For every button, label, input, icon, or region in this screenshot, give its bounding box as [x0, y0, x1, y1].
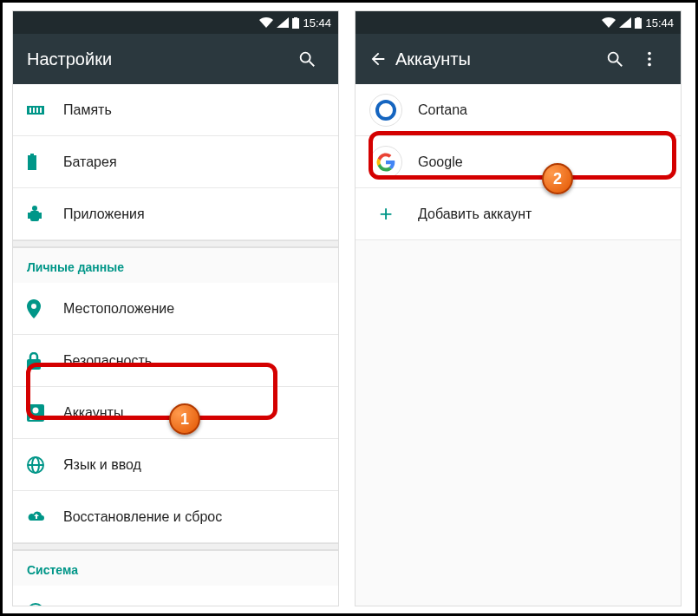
svg-rect-10 — [28, 155, 36, 170]
svg-rect-8 — [40, 108, 42, 113]
svg-point-29 — [648, 63, 651, 67]
svg-point-11 — [32, 206, 37, 211]
statusbar-time: 15:44 — [303, 16, 331, 29]
account-item-label: Добавить аккаунт — [418, 206, 532, 222]
settings-item-label: Память — [63, 102, 112, 118]
search-icon[interactable] — [290, 42, 324, 76]
settings-item-battery[interactable]: Батарея — [13, 136, 338, 188]
page-title: Аккаунты — [395, 49, 597, 69]
svg-point-15 — [31, 304, 36, 309]
overflow-icon[interactable] — [632, 42, 667, 76]
battery-icon — [635, 17, 642, 29]
settings-item-label: Приложения — [63, 206, 145, 222]
cortana-icon — [369, 94, 402, 127]
settings-item-datetime[interactable]: Дата и время — [13, 586, 338, 606]
svg-rect-13 — [28, 213, 30, 219]
memory-icon — [27, 104, 63, 116]
svg-rect-0 — [292, 18, 299, 29]
settings-item-backup[interactable]: Восстановление и сброс — [13, 491, 338, 543]
plus-icon: + — [369, 200, 402, 227]
statusbar: 15:44 — [356, 11, 681, 34]
settings-item-label: Аккаунты — [63, 405, 123, 421]
settings-item-label: Батарея — [63, 154, 117, 170]
page-title: Настройки — [27, 49, 290, 69]
statusbar-time: 15:44 — [645, 16, 674, 29]
account-item-add[interactable]: + Добавить аккаунт — [356, 188, 681, 240]
apps-icon — [27, 206, 63, 223]
account-item-label: Cortana — [418, 102, 467, 118]
section-system: Система — [13, 550, 338, 586]
google-icon — [369, 146, 402, 179]
settings-item-security[interactable]: Безопасность — [13, 335, 338, 387]
svg-point-2 — [301, 53, 310, 62]
wifi-icon — [602, 17, 616, 28]
svg-line-3 — [310, 62, 315, 67]
svg-line-26 — [617, 62, 623, 67]
svg-point-25 — [609, 53, 618, 62]
account-item-google[interactable]: Google — [356, 136, 681, 188]
signal-icon — [619, 17, 631, 28]
backup-icon — [27, 510, 63, 524]
settings-item-label: Местоположение — [63, 301, 174, 317]
back-icon[interactable] — [361, 42, 395, 76]
location-icon — [27, 299, 63, 318]
section-personal: Личные данные — [13, 247, 338, 283]
section-divider — [13, 543, 338, 550]
svg-rect-14 — [39, 213, 42, 219]
settings-list: Память Батарея Приложения Личные данные — [13, 84, 338, 606]
settings-item-language[interactable]: Язык и ввод — [13, 439, 338, 491]
account-item-label: Google — [418, 154, 463, 170]
svg-rect-24 — [636, 17, 640, 18]
svg-point-18 — [33, 407, 39, 413]
settings-item-label: Дата и время — [63, 604, 149, 606]
statusbar: 15:44 — [13, 11, 338, 34]
lock-icon — [27, 352, 63, 370]
svg-rect-12 — [30, 211, 39, 221]
accounts-screen: 15:44 Аккаунты Cortana — [356, 11, 681, 606]
svg-rect-9 — [30, 154, 34, 155]
section-divider — [13, 240, 338, 247]
accounts-list: Cortana Google + Добавить аккаунт — [356, 84, 681, 606]
battery-icon — [27, 154, 63, 171]
settings-item-label: Безопасность — [63, 353, 152, 369]
svg-rect-23 — [635, 18, 642, 29]
settings-item-apps[interactable]: Приложения — [13, 188, 338, 240]
svg-rect-5 — [29, 108, 31, 113]
signal-icon — [277, 17, 289, 28]
settings-item-memory[interactable]: Память — [13, 84, 338, 136]
battery-icon — [292, 17, 299, 29]
svg-point-28 — [648, 57, 651, 61]
settings-item-location[interactable]: Местоположение — [13, 283, 338, 335]
accounts-icon — [27, 404, 63, 422]
settings-item-label: Язык и ввод — [63, 457, 141, 473]
svg-rect-6 — [33, 108, 35, 113]
appbar: Настройки — [13, 34, 338, 84]
language-icon — [27, 456, 63, 474]
settings-item-label: Восстановление и сброс — [63, 509, 222, 525]
search-icon[interactable] — [597, 42, 632, 76]
settings-item-accounts[interactable]: Аккаунты — [13, 387, 338, 439]
settings-screen: 15:44 Настройки Память Батарея — [13, 11, 338, 606]
wifi-icon — [259, 17, 273, 28]
svg-point-27 — [648, 52, 651, 56]
clock-icon — [27, 603, 63, 606]
svg-rect-7 — [36, 108, 38, 113]
account-item-cortana[interactable]: Cortana — [356, 84, 681, 136]
svg-rect-16 — [27, 359, 41, 370]
appbar: Аккаунты — [356, 34, 681, 84]
svg-point-22 — [28, 604, 43, 606]
svg-rect-1 — [294, 17, 297, 18]
